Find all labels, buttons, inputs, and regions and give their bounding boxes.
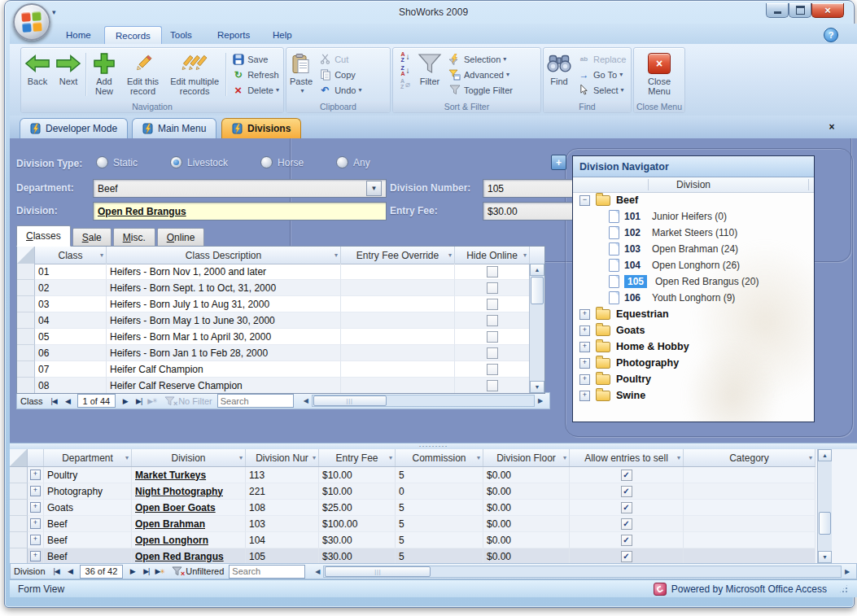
subtab-sale[interactable]: Sale (72, 228, 111, 247)
description-cell[interactable]: Heifers - Born Jan 1 to Feb 28, 2000 (107, 345, 341, 361)
table-row[interactable]: 01Heifers - Born Nov 1, 2000 and later (17, 264, 530, 280)
cell-allow-entries-to-sell[interactable]: ✓ (570, 467, 684, 483)
expander-plus-icon[interactable]: + (30, 518, 41, 529)
cell-entry-fee[interactable]: $10.00 (319, 467, 396, 483)
hide-online-checkbox[interactable] (487, 380, 498, 391)
toggle-filter-button[interactable]: Toggle Filter (444, 82, 516, 98)
class-cell[interactable]: 02 (35, 280, 107, 296)
scrollbar-thumb[interactable] (819, 512, 831, 535)
delete-button[interactable]: × Delete▾ (228, 82, 282, 98)
expander-plus-icon[interactable]: + (579, 309, 590, 320)
divisions-vertical-scrollbar[interactable]: ▲ ▼ (817, 449, 832, 563)
filter-dropdown-icon[interactable]: ▾ (334, 251, 338, 259)
refresh-button[interactable]: ↻ Refresh (228, 67, 282, 82)
cell-category[interactable] (684, 516, 815, 532)
cell-division-nur[interactable]: 104 (246, 532, 319, 548)
department-combobox[interactable]: Beef ▼ (93, 179, 387, 198)
hide-online-cell[interactable] (455, 296, 530, 312)
classes-search-input[interactable] (217, 394, 294, 408)
row-selector[interactable] (17, 329, 35, 345)
row-selector[interactable] (10, 467, 28, 483)
allow-entries-checkbox[interactable]: ✓ (621, 470, 632, 481)
ribbon-tab-records[interactable]: Records (104, 26, 162, 44)
hide-online-cell[interactable] (455, 361, 530, 378)
hide-online-cell[interactable] (455, 312, 530, 329)
row-selector[interactable] (17, 296, 35, 312)
row-expander-cell[interactable]: + (28, 516, 44, 532)
tree-department-photography[interactable]: +Photography (573, 355, 814, 371)
division-link[interactable]: Night Photography (135, 486, 223, 497)
tree-division-106[interactable]: 106Youth Longhorn (9) (573, 290, 814, 306)
cell-commission[interactable]: 5 (396, 532, 483, 548)
table-row[interactable]: +GoatsOpen Boer Goats108$25.005$0.00✓ (10, 500, 815, 516)
subtab-classes[interactable]: Classes (16, 225, 71, 247)
entry-fee-override-cell[interactable] (341, 378, 455, 393)
entry-fee-override-cell[interactable] (341, 312, 455, 329)
minimize-button[interactable] (766, 3, 789, 18)
record-position[interactable]: 1 of 44 (77, 394, 116, 408)
sort-ascending-button[interactable]: AZ↓ (396, 50, 414, 63)
next-record-button[interactable]: ▶ (119, 395, 131, 407)
table-row[interactable]: +BeefOpen Brahman103$100.005$0.00✓ (10, 516, 815, 532)
cell-category[interactable] (684, 548, 815, 563)
cell-commission[interactable]: 5 (396, 516, 483, 532)
row-selector[interactable] (17, 378, 35, 393)
class-cell[interactable]: 03 (35, 296, 107, 312)
radio-dot[interactable] (260, 156, 273, 168)
hide-online-cell[interactable] (455, 264, 530, 280)
close-button[interactable]: × (811, 3, 844, 18)
division-field[interactable]: Open Red Brangus (93, 202, 387, 221)
entry-fee-override-cell[interactable] (341, 280, 455, 296)
radio-dot[interactable] (336, 156, 348, 168)
column-header-department[interactable]: Department▾ (44, 449, 132, 466)
select-all-corner[interactable] (10, 449, 28, 466)
row-expander-cell[interactable]: + (28, 467, 44, 483)
first-record-button[interactable]: |◀ (48, 395, 60, 407)
cell-category[interactable] (684, 467, 815, 483)
expander-plus-icon[interactable]: + (30, 502, 41, 513)
row-expander-cell[interactable]: + (28, 500, 44, 516)
go-to-button[interactable]: → Go To▾ (574, 67, 629, 82)
close-menu-button[interactable]: × Close Menu (635, 49, 684, 100)
cell-allow-entries-to-sell[interactable]: ✓ (570, 516, 684, 532)
scroll-right-button[interactable]: ▶ (842, 566, 853, 578)
entry-fee-override-cell[interactable] (341, 264, 455, 280)
column-header-division[interactable]: Division▾ (132, 449, 246, 466)
hide-online-cell[interactable] (455, 329, 530, 345)
class-cell[interactable]: 01 (35, 264, 107, 280)
cell-entry-fee[interactable]: $100.00 (319, 516, 396, 532)
scrollbar-thumb[interactable]: ||| (313, 395, 387, 406)
description-cell[interactable]: Heifer Calf Reserve Champion (107, 378, 341, 393)
expander-plus-icon[interactable]: + (579, 325, 590, 336)
filter-button[interactable]: Filter (415, 49, 444, 100)
entry-fee-override-cell[interactable] (341, 345, 455, 361)
hide-online-checkbox[interactable] (487, 364, 498, 375)
row-expander-cell[interactable]: + (28, 548, 44, 563)
advanced-button[interactable]: Advanced▾ (444, 67, 516, 82)
cell-category[interactable] (684, 483, 815, 500)
cell-division-nur[interactable]: 103 (246, 516, 319, 532)
row-selector[interactable] (17, 361, 35, 378)
hide-online-checkbox[interactable] (487, 299, 498, 310)
row-selector[interactable] (10, 483, 28, 500)
filter-dropdown-icon[interactable]: ▾ (677, 454, 680, 461)
tree-department-goats[interactable]: +Goats (573, 322, 814, 339)
cell-commission[interactable]: 5 (396, 500, 483, 516)
filter-dropdown-icon[interactable]: ▾ (809, 454, 812, 461)
scroll-up-button[interactable]: ▲ (530, 264, 544, 276)
table-row[interactable]: 08Heifer Calf Reserve Champion (17, 378, 530, 393)
scroll-left-button[interactable]: ◀ (300, 395, 312, 407)
tree-division-103[interactable]: 103Open Brahman (24) (573, 241, 814, 257)
expander-plus-icon[interactable]: + (30, 486, 41, 496)
cell-division-nur[interactable]: 108 (246, 500, 319, 516)
last-record-button[interactable]: ▶| (133, 395, 145, 407)
table-row[interactable]: +BeefOpen Red Brangus105$30.005$0.00✓ (10, 548, 815, 563)
table-row[interactable]: +PoultryMarket Turkeys113$10.005$0.00✓ (10, 467, 815, 483)
class-cell[interactable]: 06 (35, 345, 107, 361)
division-link[interactable]: Open Red Brangus (135, 551, 224, 562)
undo-button[interactable]: ↶ Undo▾ (315, 82, 365, 98)
scrollbar-thumb[interactable] (531, 277, 544, 304)
table-row[interactable]: 04Heifers - Born May 1 to June 30, 2000 (17, 312, 530, 329)
column-header-class-description[interactable]: Class Description▾ (107, 247, 341, 264)
table-row[interactable]: 05Heifers - Born Mar 1 to April 30, 2000 (17, 329, 530, 345)
